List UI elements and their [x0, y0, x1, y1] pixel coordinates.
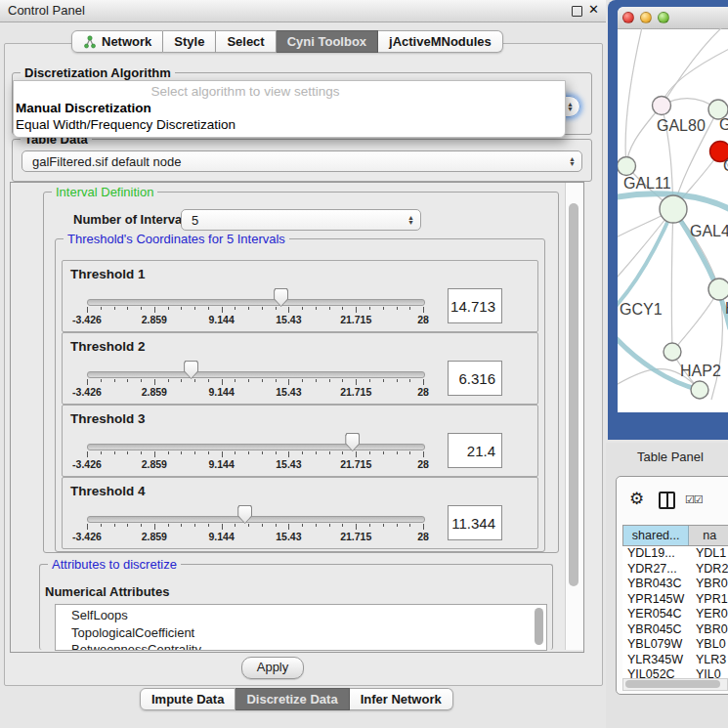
cell-shared-name: YIL052C — [622, 667, 689, 678]
network-node[interactable] — [653, 97, 671, 115]
slider-tick — [316, 379, 317, 382]
slider-tick-label: 28 — [417, 386, 429, 398]
attributes-scrollbar-thumb[interactable] — [535, 608, 543, 645]
slider-tick — [329, 524, 330, 527]
gear-icon[interactable]: ⚙ — [629, 489, 644, 509]
tab-discretize-data[interactable]: Discretize Data — [236, 688, 349, 710]
slider-track[interactable] — [87, 299, 425, 306]
table-data-combobox[interactable]: galFiltered.sif default node ▲▼ — [21, 150, 582, 172]
control-panel: Control Panel ✕ Network Style Select — [0, 0, 606, 728]
slider-tick-label: -3.426 — [72, 314, 102, 325]
number-of-intervals-label: Number of Intervals — [73, 212, 193, 227]
table-row[interactable]: YDL19...YDL1 — [622, 546, 728, 562]
apply-button[interactable]: Apply — [241, 657, 304, 679]
slider-tick — [423, 307, 424, 313]
slider-tick — [276, 524, 277, 527]
cell-shared-name: YDR27... — [622, 562, 689, 578]
slider-tick-label: -3.426 — [72, 531, 102, 542]
slider-tick — [262, 307, 263, 310]
node-table[interactable]: shared... na YDL19...YDL1YDR27...YDR2YBR… — [622, 525, 728, 678]
threshold-value-field[interactable]: 21.4 — [448, 433, 502, 468]
close-icon[interactable]: ✕ — [588, 2, 599, 17]
slider-tick — [114, 451, 115, 454]
slider-tick — [222, 451, 223, 457]
table-row[interactable]: YBR043CYBR0 — [622, 577, 728, 592]
tab-infer-network[interactable]: Infer Network — [350, 688, 453, 710]
tab-label: Style — [174, 34, 204, 49]
network-edge — [672, 289, 719, 352]
number-of-intervals-combobox[interactable]: 5 ▲▼ — [181, 209, 421, 231]
table-horizontal-scrollbar-thumb[interactable] — [625, 680, 720, 688]
close-traffic-light[interactable] — [622, 12, 634, 23]
slider-tick-label: 2.859 — [142, 458, 167, 470]
network-window-frame[interactable]: GAL80GAL11GAL4GCY1HAP2GACH — [608, 0, 728, 440]
tab-style[interactable]: Style — [163, 30, 216, 53]
network-canvas[interactable]: GAL80GAL11GAL4GCY1HAP2GACH — [618, 28, 728, 412]
vertical-scrollbar-thumb[interactable] — [569, 203, 578, 586]
threshold-value-field[interactable]: 6.316 — [448, 361, 502, 396]
slider-tick-label: 28 — [417, 531, 429, 542]
dropdown-option-manual[interactable]: Manual Discretization — [16, 101, 151, 115]
slider-tick — [262, 379, 263, 382]
cell-shared-name: YBR045C — [622, 622, 689, 638]
table-row[interactable]: YDR27...YDR2 — [622, 562, 728, 578]
table-row[interactable]: YPR145WYPR1 — [622, 592, 728, 608]
attribute-list-item[interactable]: SelfLoops — [56, 607, 546, 624]
slider-tick — [114, 379, 115, 382]
slider-tick — [329, 307, 330, 310]
attribute-list-item[interactable]: TopologicalCoefficient — [56, 624, 546, 642]
select-checkboxes-icon[interactable]: ☑☑ — [685, 493, 703, 506]
slider-tick-label: 21.715 — [340, 386, 371, 398]
table-row[interactable]: YBR045CYBR0 — [622, 622, 728, 638]
slider-track[interactable] — [87, 371, 425, 378]
slider-tick — [356, 307, 357, 313]
column-header-shared-name[interactable]: shared... — [623, 526, 689, 545]
zoom-traffic-light[interactable] — [658, 12, 669, 23]
slider-tick — [262, 524, 263, 527]
numerical-attributes-list[interactable]: SelfLoopsTopologicalCoefficientBetweenne… — [55, 604, 547, 651]
cell-shared-name: YLR345W — [622, 653, 689, 668]
stepper-icon: ▲▼ — [407, 215, 414, 225]
network-node[interactable] — [664, 343, 681, 361]
cell-name: YDR2 — [689, 562, 728, 578]
slider-tick — [194, 379, 195, 382]
float-window-icon[interactable] — [572, 6, 582, 17]
tab-cyni-toolbox[interactable]: Cyni Toolbox — [277, 30, 378, 53]
tab-select[interactable]: Select — [216, 30, 276, 53]
group-title: Attributes to discretize — [48, 557, 181, 572]
slider-tick — [369, 379, 370, 382]
slider-tick — [181, 451, 182, 454]
network-node[interactable] — [691, 381, 708, 399]
tab-impute-data[interactable]: Impute Data — [140, 688, 236, 710]
slider-tick — [194, 524, 195, 527]
network-node[interactable] — [618, 157, 636, 176]
threshold-value-field[interactable]: 14.713 — [448, 288, 502, 323]
dropdown-option-equal-width[interactable]: Equal Width/Frequency Discretization — [16, 117, 236, 132]
slider-tick-label: 9.144 — [208, 386, 234, 398]
attribute-list-item[interactable]: BetweennessCentrality — [56, 641, 546, 651]
network-node[interactable] — [660, 195, 687, 223]
table-row[interactable]: YIL052CYIL0 — [622, 667, 728, 678]
network-node-label: HAP2 — [680, 363, 721, 379]
slider-tick-label: 28 — [417, 458, 429, 470]
columns-icon[interactable] — [659, 492, 675, 509]
tab-network[interactable]: Network — [71, 30, 163, 53]
slider-tick — [329, 451, 330, 454]
network-node[interactable] — [708, 278, 728, 300]
tab-label: jActiveMNodules — [389, 34, 492, 49]
table-row[interactable]: YBL079WYBL0 — [622, 637, 728, 653]
minimize-traffic-light[interactable] — [640, 12, 652, 23]
slider-track[interactable] — [87, 516, 425, 523]
slider-tick — [208, 379, 209, 382]
panel-title: Control Panel — [8, 3, 85, 18]
tab-jactivemnodules[interactable]: jActiveMNodules — [378, 30, 503, 53]
tab-label: Discretize Data — [246, 692, 337, 707]
slider-track[interactable] — [87, 444, 425, 450]
column-header-name[interactable]: na — [689, 526, 728, 545]
threshold-value-field[interactable]: 11.344 — [448, 505, 502, 540]
table-row[interactable]: YLR345WYLR3 — [622, 653, 728, 668]
slider-tick — [235, 379, 236, 382]
slider-tick — [369, 524, 370, 527]
slider-tick-label: 21.715 — [340, 458, 371, 470]
table-row[interactable]: YER054CYER0 — [622, 607, 728, 622]
